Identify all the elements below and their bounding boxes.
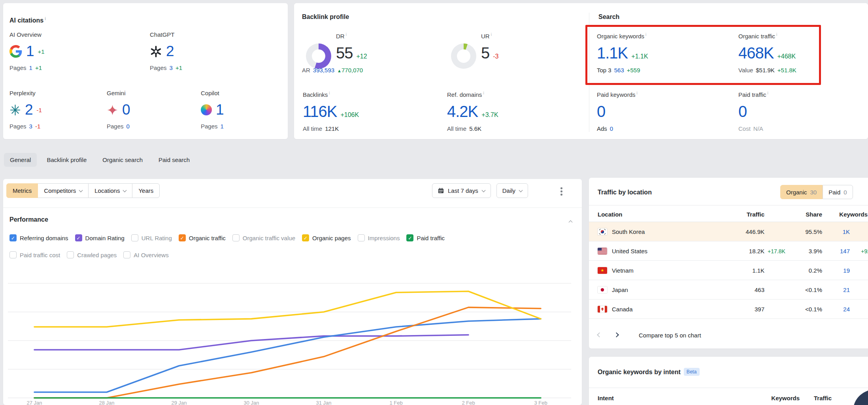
metric-label: Impressions xyxy=(368,235,400,241)
pages-label: Pages xyxy=(9,64,26,72)
metric-toggle-organic-traffic[interactable]: ✓Organic traffic xyxy=(179,234,226,241)
more-options-button[interactable] xyxy=(558,185,565,198)
organic-keywords-value[interactable]: 1.1K xyxy=(597,44,628,62)
share-cell: 3.9% xyxy=(809,241,822,261)
metric-toggle-paid-traffic[interactable]: ✓Paid traffic xyxy=(406,234,445,241)
traffic-cell: 446.9K xyxy=(745,222,764,241)
ai-value-row: 1+1 xyxy=(9,43,150,60)
ai-card-ai-overview: AI Overview1+1Pages1+1 xyxy=(9,31,150,72)
tab-paid-search[interactable]: Paid search xyxy=(153,153,196,167)
metric-toggle-domain-rating[interactable]: ✓Domain Rating xyxy=(75,234,125,241)
toggle-organic[interactable]: Organic30 xyxy=(780,185,823,199)
keywords-cell[interactable]: 1K xyxy=(843,222,850,241)
chevron-down-icon xyxy=(519,188,523,192)
collapse-chevron-icon[interactable] xyxy=(569,220,573,224)
table-row-jp[interactable]: Japan463<0.1%21 xyxy=(589,280,868,300)
info-icon[interactable]: i xyxy=(329,91,330,95)
table-row-kr[interactable]: South Korea446.9K95.5%1K xyxy=(589,222,868,241)
ref-domains-value[interactable]: 4.2K xyxy=(447,103,478,120)
years-button[interactable]: Years xyxy=(132,183,160,198)
x-axis-label: 1 Feb xyxy=(389,400,402,405)
next-page-icon[interactable] xyxy=(614,332,619,337)
top3-value[interactable]: 563 xyxy=(614,66,624,74)
metric-toggle-impressions[interactable]: Impressions xyxy=(358,234,400,241)
ai-citations-delta: +1 xyxy=(38,48,45,55)
chevron-down-icon xyxy=(123,188,127,192)
ai-value-row: 2-1 xyxy=(9,101,107,119)
pages-value[interactable]: 1 xyxy=(29,64,32,72)
keywords-cell[interactable]: 21 xyxy=(843,280,850,300)
pages-value[interactable]: 3 xyxy=(29,122,32,130)
info-icon[interactable]: i xyxy=(483,91,484,95)
locations-button[interactable]: Locations xyxy=(88,183,132,198)
metric-toggle-organic-traffic-value[interactable]: Organic traffic value xyxy=(232,234,295,241)
ur-value: 5 xyxy=(481,44,489,62)
metrics-button[interactable]: Metrics xyxy=(6,183,38,198)
metric-toggle-url-rating[interactable]: URL Rating xyxy=(131,234,172,241)
country-name: Vietnam xyxy=(612,267,634,274)
pages-value[interactable]: 1 xyxy=(221,122,224,130)
ai-pages-row: Pages0 xyxy=(107,122,201,130)
pages-value[interactable]: 0 xyxy=(126,122,130,130)
metric-label: AI Overviews xyxy=(134,252,168,258)
x-axis-label: 30 Jan xyxy=(243,400,259,405)
metric-toggle-organic-pages[interactable]: ✓Organic pages xyxy=(302,234,351,241)
ar-value[interactable]: 393,593 xyxy=(313,66,334,75)
metric-label: Organic traffic value xyxy=(243,235,295,241)
competitors-button[interactable]: Competitors xyxy=(38,183,89,198)
paid-traffic-value[interactable]: 0 xyxy=(738,103,747,120)
tab-general[interactable]: General xyxy=(4,153,37,167)
ai-card-copilot: Copilot1Pages1 xyxy=(201,89,281,130)
backlinks-value[interactable]: 116K xyxy=(303,103,337,120)
col-keywords: Keywords xyxy=(839,211,868,218)
divider xyxy=(589,388,868,388)
organic-keywords-block: Organic keywordsi 1.1K+1.1K Top 3563+559 xyxy=(597,31,648,74)
prev-page-icon[interactable] xyxy=(597,332,602,337)
info-icon[interactable]: i xyxy=(637,91,638,95)
keywords-cell[interactable]: 19 xyxy=(843,261,850,280)
compare-top5-label[interactable]: Compare top 5 on chart xyxy=(639,332,701,339)
metric-label: Organic traffic xyxy=(189,235,226,241)
organic-traffic-value[interactable]: 468K xyxy=(738,44,774,62)
tab-organic-search[interactable]: Organic search xyxy=(96,153,149,167)
dashboard: AI citationsi AI Overview1+1Pages1+1Chat… xyxy=(0,0,868,405)
keywords-cell[interactable]: 24 xyxy=(843,300,850,319)
keywords-cell[interactable]: 147 xyxy=(840,241,850,261)
info-icon[interactable]: i xyxy=(776,32,777,37)
metric-toggle-crawled-pages[interactable]: Crawled pages xyxy=(67,251,117,258)
col-traffic: Traffic xyxy=(747,211,764,218)
paid-keywords-value[interactable]: 0 xyxy=(597,103,605,120)
metric-toggle-referring-domains[interactable]: ✓Referring domains xyxy=(9,234,68,241)
info-icon[interactable]: i xyxy=(45,17,46,21)
col-kw: Keywords xyxy=(771,395,800,401)
ai-citations-title: AI citationsi xyxy=(9,17,46,24)
ai-value-row: 1 xyxy=(201,101,281,119)
pages-value[interactable]: 3 xyxy=(170,64,173,72)
table-row-vn[interactable]: Vietnam1.1K0.2%19 xyxy=(589,261,868,280)
table-row-ca[interactable]: Canada397<0.1%24 xyxy=(589,300,868,319)
location-cell: Vietnam xyxy=(598,261,634,280)
metric-label: Referring domains xyxy=(20,235,68,241)
jp-flag-icon xyxy=(598,286,607,293)
checkbox-icon: ✓ xyxy=(302,234,309,241)
checkbox-icon: ✓ xyxy=(9,234,17,241)
performance-title: Performance xyxy=(9,216,48,223)
keywords-by-intent-title: Organic keywords by intentBeta xyxy=(598,369,700,376)
metric-toggle-ai-overviews[interactable]: AI Overviews xyxy=(123,251,168,258)
info-icon[interactable]: i xyxy=(491,32,492,37)
info-icon[interactable]: i xyxy=(645,32,646,37)
calendar-icon xyxy=(438,188,444,194)
toggle-paid[interactable]: Paid0 xyxy=(823,185,853,199)
granularity-button[interactable]: Daily xyxy=(496,183,528,198)
table-row-us[interactable]: United States18.2K+17.8K3.9%147+92 xyxy=(589,241,868,261)
tab-backlink-profile[interactable]: Backlink profile xyxy=(41,153,92,167)
section-tabs: GeneralBacklink profileOrganic searchPai… xyxy=(4,151,196,168)
pages-label: Pages xyxy=(201,122,218,130)
info-icon[interactable]: i xyxy=(346,32,347,37)
metric-toggle-paid-traffic-cost[interactable]: Paid traffic cost xyxy=(9,251,60,258)
performance-chart[interactable]: 27 Jan28 Jan29 Jan30 Jan31 Jan1 Feb2 Feb… xyxy=(3,262,582,405)
country-name: United States xyxy=(612,248,647,254)
date-range-button[interactable]: Last 7 days xyxy=(432,183,491,198)
chatgpt-icon xyxy=(150,45,162,58)
info-icon[interactable]: i xyxy=(768,91,768,95)
